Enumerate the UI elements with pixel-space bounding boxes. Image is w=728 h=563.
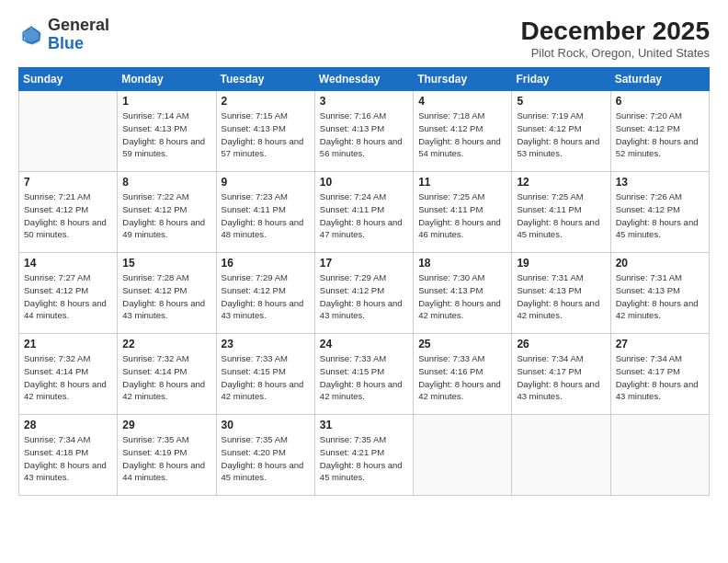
calendar-cell: 10Sunrise: 7:24 AM Sunset: 4:11 PM Dayli… — [314, 172, 413, 253]
day-info: Sunrise: 7:30 AM Sunset: 4:13 PM Dayligh… — [418, 271, 506, 322]
calendar-cell: 6Sunrise: 7:20 AM Sunset: 4:12 PM Daylig… — [610, 91, 709, 172]
title-block: December 2025 Pilot Rock, Oregon, United… — [521, 17, 710, 60]
day-number: 7 — [24, 176, 112, 189]
calendar-cell: 30Sunrise: 7:35 AM Sunset: 4:20 PM Dayli… — [216, 415, 314, 496]
calendar-cell: 1Sunrise: 7:14 AM Sunset: 4:13 PM Daylig… — [118, 91, 216, 172]
day-info: Sunrise: 7:19 AM Sunset: 4:12 PM Dayligh… — [517, 109, 605, 160]
day-info: Sunrise: 7:32 AM Sunset: 4:14 PM Dayligh… — [122, 352, 210, 403]
page: General Blue December 2025 Pilot Rock, O… — [0, 0, 728, 563]
calendar-cell: 7Sunrise: 7:21 AM Sunset: 4:12 PM Daylig… — [19, 172, 118, 253]
day-info: Sunrise: 7:32 AM Sunset: 4:14 PM Dayligh… — [24, 352, 112, 403]
day-number: 17 — [320, 257, 408, 270]
logo: General Blue — [18, 17, 109, 53]
day-number: 25 — [418, 338, 506, 350]
day-info: Sunrise: 7:33 AM Sunset: 4:15 PM Dayligh… — [320, 352, 408, 403]
day-info: Sunrise: 7:21 AM Sunset: 4:12 PM Dayligh… — [24, 190, 112, 241]
day-info: Sunrise: 7:35 AM Sunset: 4:19 PM Dayligh… — [122, 433, 210, 484]
day-info: Sunrise: 7:31 AM Sunset: 4:13 PM Dayligh… — [517, 271, 605, 322]
calendar-cell: 31Sunrise: 7:35 AM Sunset: 4:21 PM Dayli… — [314, 415, 413, 496]
calendar-cell: 19Sunrise: 7:31 AM Sunset: 4:13 PM Dayli… — [512, 253, 610, 334]
calendar-cell: 13Sunrise: 7:26 AM Sunset: 4:12 PM Dayli… — [610, 172, 709, 253]
month-title: December 2025 — [521, 17, 710, 46]
calendar-week-row: 14Sunrise: 7:27 AM Sunset: 4:12 PM Dayli… — [19, 253, 710, 334]
day-number: 8 — [122, 176, 210, 189]
day-info: Sunrise: 7:28 AM Sunset: 4:12 PM Dayligh… — [122, 271, 210, 322]
day-info: Sunrise: 7:20 AM Sunset: 4:12 PM Dayligh… — [616, 109, 704, 160]
day-number: 15 — [122, 257, 210, 270]
calendar-cell: 28Sunrise: 7:34 AM Sunset: 4:18 PM Dayli… — [19, 415, 118, 496]
day-info: Sunrise: 7:34 AM Sunset: 4:17 PM Dayligh… — [616, 352, 704, 403]
calendar-header-wednesday: Wednesday — [314, 68, 413, 91]
calendar-cell: 8Sunrise: 7:22 AM Sunset: 4:12 PM Daylig… — [118, 172, 216, 253]
calendar-cell: 9Sunrise: 7:23 AM Sunset: 4:11 PM Daylig… — [216, 172, 314, 253]
day-info: Sunrise: 7:25 AM Sunset: 4:11 PM Dayligh… — [418, 190, 506, 241]
calendar-cell: 21Sunrise: 7:32 AM Sunset: 4:14 PM Dayli… — [19, 334, 118, 415]
day-info: Sunrise: 7:24 AM Sunset: 4:11 PM Dayligh… — [320, 190, 408, 241]
calendar-cell: 17Sunrise: 7:29 AM Sunset: 4:12 PM Dayli… — [314, 253, 413, 334]
day-number: 18 — [418, 257, 506, 270]
logo-general-text: General — [48, 16, 109, 34]
calendar-cell: 14Sunrise: 7:27 AM Sunset: 4:12 PM Dayli… — [19, 253, 118, 334]
calendar-header-monday: Monday — [118, 68, 216, 91]
day-info: Sunrise: 7:22 AM Sunset: 4:12 PM Dayligh… — [122, 190, 210, 241]
calendar-cell: 3Sunrise: 7:16 AM Sunset: 4:13 PM Daylig… — [314, 91, 413, 172]
calendar-cell: 11Sunrise: 7:25 AM Sunset: 4:11 PM Dayli… — [414, 172, 512, 253]
calendar-cell — [19, 91, 118, 172]
calendar-week-row: 1Sunrise: 7:14 AM Sunset: 4:13 PM Daylig… — [19, 91, 710, 172]
calendar-cell: 27Sunrise: 7:34 AM Sunset: 4:17 PM Dayli… — [610, 334, 709, 415]
day-number: 30 — [222, 419, 310, 431]
calendar-cell: 29Sunrise: 7:35 AM Sunset: 4:19 PM Dayli… — [118, 415, 216, 496]
location: Pilot Rock, Oregon, United States — [521, 46, 710, 60]
day-info: Sunrise: 7:26 AM Sunset: 4:12 PM Dayligh… — [616, 190, 704, 241]
day-number: 4 — [418, 95, 506, 108]
day-info: Sunrise: 7:33 AM Sunset: 4:16 PM Dayligh… — [418, 352, 506, 403]
calendar-header-tuesday: Tuesday — [216, 68, 314, 91]
day-number: 13 — [616, 176, 704, 189]
day-number: 19 — [517, 257, 605, 270]
calendar-cell: 15Sunrise: 7:28 AM Sunset: 4:12 PM Dayli… — [118, 253, 216, 334]
day-number: 1 — [122, 95, 210, 108]
day-info: Sunrise: 7:23 AM Sunset: 4:11 PM Dayligh… — [222, 190, 310, 241]
calendar-cell: 2Sunrise: 7:15 AM Sunset: 4:13 PM Daylig… — [216, 91, 314, 172]
day-number: 27 — [616, 338, 704, 350]
calendar-cell: 16Sunrise: 7:29 AM Sunset: 4:12 PM Dayli… — [216, 253, 314, 334]
day-info: Sunrise: 7:29 AM Sunset: 4:12 PM Dayligh… — [222, 271, 310, 322]
day-number: 10 — [320, 176, 408, 189]
calendar-cell: 5Sunrise: 7:19 AM Sunset: 4:12 PM Daylig… — [512, 91, 610, 172]
calendar-header-row: SundayMondayTuesdayWednesdayThursdayFrid… — [19, 68, 710, 91]
day-info: Sunrise: 7:35 AM Sunset: 4:20 PM Dayligh… — [222, 433, 310, 484]
logo-icon — [18, 22, 44, 48]
day-info: Sunrise: 7:34 AM Sunset: 4:18 PM Dayligh… — [24, 433, 112, 484]
day-number: 24 — [320, 338, 408, 350]
day-number: 28 — [24, 419, 112, 431]
day-number: 22 — [122, 338, 210, 350]
day-number: 20 — [616, 257, 704, 270]
calendar-cell: 12Sunrise: 7:25 AM Sunset: 4:11 PM Dayli… — [512, 172, 610, 253]
day-info: Sunrise: 7:34 AM Sunset: 4:17 PM Dayligh… — [517, 352, 605, 403]
day-info: Sunrise: 7:29 AM Sunset: 4:12 PM Dayligh… — [320, 271, 408, 322]
day-number: 16 — [222, 257, 310, 270]
day-number: 23 — [222, 338, 310, 350]
day-info: Sunrise: 7:25 AM Sunset: 4:11 PM Dayligh… — [517, 190, 605, 241]
day-info: Sunrise: 7:33 AM Sunset: 4:15 PM Dayligh… — [222, 352, 310, 403]
calendar: SundayMondayTuesdayWednesdayThursdayFrid… — [18, 67, 710, 496]
calendar-cell: 23Sunrise: 7:33 AM Sunset: 4:15 PM Dayli… — [216, 334, 314, 415]
day-number: 9 — [222, 176, 310, 189]
day-info: Sunrise: 7:27 AM Sunset: 4:12 PM Dayligh… — [24, 271, 112, 322]
day-number: 21 — [24, 338, 112, 350]
calendar-cell: 25Sunrise: 7:33 AM Sunset: 4:16 PM Dayli… — [414, 334, 512, 415]
calendar-cell: 18Sunrise: 7:30 AM Sunset: 4:13 PM Dayli… — [414, 253, 512, 334]
calendar-cell: 24Sunrise: 7:33 AM Sunset: 4:15 PM Dayli… — [314, 334, 413, 415]
day-number: 2 — [222, 95, 310, 108]
day-number: 3 — [320, 95, 408, 108]
calendar-cell: 26Sunrise: 7:34 AM Sunset: 4:17 PM Dayli… — [512, 334, 610, 415]
day-info: Sunrise: 7:15 AM Sunset: 4:13 PM Dayligh… — [222, 109, 310, 160]
calendar-header-friday: Friday — [512, 68, 610, 91]
calendar-week-row: 28Sunrise: 7:34 AM Sunset: 4:18 PM Dayli… — [19, 415, 710, 496]
calendar-header-thursday: Thursday — [414, 68, 512, 91]
calendar-week-row: 21Sunrise: 7:32 AM Sunset: 4:14 PM Dayli… — [19, 334, 710, 415]
day-number: 12 — [517, 176, 605, 189]
calendar-cell: 4Sunrise: 7:18 AM Sunset: 4:12 PM Daylig… — [414, 91, 512, 172]
calendar-cell: 22Sunrise: 7:32 AM Sunset: 4:14 PM Dayli… — [118, 334, 216, 415]
day-info: Sunrise: 7:35 AM Sunset: 4:21 PM Dayligh… — [320, 433, 408, 484]
